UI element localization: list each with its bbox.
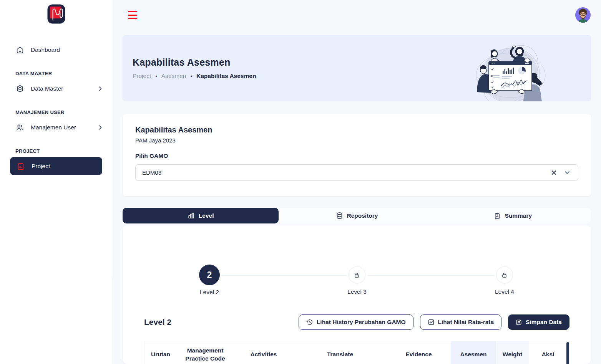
assessment-card: Kapabilitas Asesmen PAM Jaya 2023 Pilih … bbox=[123, 114, 591, 196]
chevron-right-icon bbox=[98, 125, 103, 130]
tab-repository[interactable]: Repository bbox=[279, 208, 435, 223]
tab-label: Summary bbox=[505, 212, 532, 219]
button-label: Lihat Nilai Rata-rata bbox=[438, 319, 494, 326]
sidebar-section-data-master: DATA MASTER bbox=[0, 71, 112, 76]
app-root: Dashboard DATA MASTER Data Master MANAJE… bbox=[0, 0, 601, 364]
avatar-illustration bbox=[575, 7, 591, 23]
users-icon bbox=[15, 123, 24, 132]
sidebar-item-label: Dashboard bbox=[31, 46, 60, 53]
card-subtitle: PAM Jaya 2023 bbox=[135, 137, 578, 144]
save-data-button[interactable]: Simpan Data bbox=[508, 314, 569, 330]
breadcrumb-project[interactable]: Project bbox=[133, 73, 151, 79]
sidebar-item-dashboard[interactable]: Dashboard bbox=[0, 41, 112, 59]
lock-icon bbox=[354, 272, 360, 278]
tab-summary[interactable]: Summary bbox=[435, 208, 591, 223]
hamburger-icon bbox=[128, 11, 137, 12]
level-header-row: Level 2 Lihat History Perubahan GAMO bbox=[144, 314, 569, 330]
step-level-4: Level 4 bbox=[495, 265, 514, 295]
sidebar: Dashboard DATA MASTER Data Master MANAJE… bbox=[0, 0, 112, 364]
gamo-selected-value: EDM03 bbox=[142, 169, 550, 176]
chevron-right-icon bbox=[98, 86, 103, 91]
user-avatar[interactable] bbox=[575, 7, 591, 23]
select-clear-button[interactable] bbox=[550, 168, 558, 177]
hexagon-nut-icon bbox=[15, 84, 24, 93]
step-level-2: 2 Level 2 bbox=[199, 265, 220, 296]
step-level-3: Level 3 bbox=[347, 265, 367, 295]
step-level-4-circle bbox=[496, 266, 513, 283]
tab-label: Repository bbox=[347, 212, 378, 219]
clipboard-chart-icon bbox=[16, 162, 25, 170]
database-icon bbox=[336, 212, 343, 219]
menu-toggle-button[interactable] bbox=[128, 11, 137, 19]
breadcrumb-current: Kapabilitas Asesmen bbox=[196, 73, 256, 79]
breadcrumb-separator bbox=[155, 73, 157, 79]
gamo-select[interactable]: EDM03 bbox=[135, 164, 578, 181]
sidebar-item-data-master[interactable]: Data Master bbox=[0, 79, 112, 98]
column-header-management-practice-code: Management Practice Code bbox=[177, 341, 234, 364]
level-stepper: 2 Level 2 Level 3 bbox=[123, 265, 591, 300]
topbar bbox=[112, 0, 601, 30]
sidebar-item-label: Data Master bbox=[31, 85, 63, 92]
hero-banner: Kapabilitas Asesmen Project Asesmen Kapa… bbox=[123, 35, 591, 101]
tab-label: Level bbox=[199, 212, 214, 219]
button-label: Simpan Data bbox=[526, 319, 562, 326]
home-icon bbox=[15, 46, 24, 55]
breadcrumb-asesmen[interactable]: Asesmen bbox=[161, 73, 186, 79]
assessment-table: Urutan Management Practice Code Activiti… bbox=[144, 341, 569, 364]
step-label: Level 2 bbox=[200, 289, 219, 296]
column-header-evidence: Evidence bbox=[387, 341, 451, 364]
column-header-weight: Weight bbox=[496, 341, 529, 364]
bar-chart-icon bbox=[188, 212, 195, 219]
history-gamo-button[interactable]: Lihat History Perubahan GAMO bbox=[299, 314, 413, 330]
x-icon bbox=[551, 170, 557, 175]
floppy-disk-icon bbox=[516, 319, 522, 326]
table-header-row: Urutan Management Practice Code Activiti… bbox=[144, 341, 569, 364]
step-level-2-circle[interactable]: 2 bbox=[199, 265, 220, 285]
card-title: Kapabilitas Asesmen bbox=[135, 126, 578, 134]
breadcrumb-separator bbox=[190, 73, 192, 79]
level-heading: Level 2 bbox=[144, 318, 171, 327]
column-header-aksi: Aksi bbox=[529, 341, 567, 364]
lock-icon bbox=[501, 272, 508, 278]
history-clock-icon bbox=[306, 319, 313, 326]
level-panel: 2 Level 2 Level 3 bbox=[123, 225, 591, 364]
tab-level[interactable]: Level bbox=[123, 208, 279, 223]
step-label: Level 4 bbox=[495, 288, 514, 295]
tab-bar: Level Repository Summary bbox=[123, 208, 591, 223]
stepper-connector bbox=[222, 275, 347, 276]
step-label: Level 3 bbox=[347, 288, 367, 295]
level-actions: Lihat History Perubahan GAMO Lihat Nilai… bbox=[299, 314, 569, 330]
main-area: Kapabilitas Asesmen Project Asesmen Kapa… bbox=[112, 0, 601, 364]
column-header-activities: Activities bbox=[234, 341, 294, 364]
sidebar-section-project: PROJECT bbox=[0, 148, 112, 154]
column-header-urutan: Urutan bbox=[144, 341, 177, 364]
sidebar-item-label: Manajemen User bbox=[31, 124, 76, 131]
sidebar-item-project[interactable]: Project bbox=[10, 157, 102, 175]
clipboard-chart-icon bbox=[494, 212, 501, 219]
sidebar-item-label: Project bbox=[32, 163, 50, 170]
column-header-asesmen: Asesmen bbox=[451, 341, 496, 364]
hero-illustration bbox=[475, 42, 546, 101]
brand-logo-icon bbox=[47, 4, 65, 24]
select-caret-button[interactable] bbox=[563, 169, 571, 176]
step-level-3-circle bbox=[349, 266, 365, 283]
sidebar-item-manajemen-user[interactable]: Manajemen User bbox=[0, 118, 112, 137]
stepper-connector bbox=[368, 275, 495, 276]
trend-chart-icon bbox=[428, 319, 435, 326]
chevron-down-icon bbox=[564, 171, 570, 174]
table-vertical-scrollbar[interactable] bbox=[566, 342, 569, 364]
app-logo bbox=[0, 0, 112, 24]
column-header-translate: Translate bbox=[294, 341, 387, 364]
sidebar-section-manajemen-user: MANAJEMEN USER bbox=[0, 109, 112, 115]
select-gamo-label: Pilih GAMO bbox=[135, 152, 578, 159]
button-label: Lihat History Perubahan GAMO bbox=[317, 319, 406, 326]
average-score-button[interactable]: Lihat Nilai Rata-rata bbox=[420, 314, 502, 330]
